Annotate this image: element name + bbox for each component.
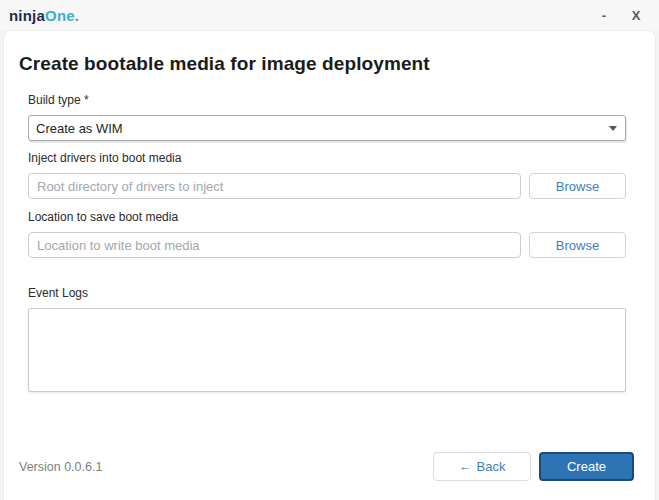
chevron-down-icon: [609, 126, 617, 131]
build-type-selected-value: Create as WIM: [36, 121, 123, 136]
logo-text-ninja: ninja: [9, 7, 45, 24]
build-type-select[interactable]: Create as WIM: [28, 115, 626, 141]
back-button-label: Back: [477, 459, 506, 474]
back-button[interactable]: ← Back: [433, 452, 531, 481]
close-button[interactable]: X: [625, 4, 647, 26]
form-area: Build type * Create as WIM Inject driver…: [4, 75, 655, 392]
event-logs-box[interactable]: [28, 308, 626, 392]
drivers-label: Inject drivers into boot media: [28, 151, 626, 165]
main-panel: Create bootable media for image deployme…: [3, 30, 656, 500]
minimize-button[interactable]: -: [593, 4, 615, 26]
page-title: Create bootable media for image deployme…: [19, 53, 655, 75]
create-button[interactable]: Create: [539, 452, 634, 481]
footer: Version 0.0.6.1 ← Back Create: [4, 452, 655, 500]
drivers-row: Browse: [28, 173, 626, 199]
build-type-label: Build type *: [28, 93, 626, 107]
location-row: Browse: [28, 232, 626, 258]
location-browse-button[interactable]: Browse: [529, 232, 626, 258]
window-controls: - X: [593, 4, 647, 26]
version-text: Version 0.0.6.1: [19, 460, 102, 474]
event-logs-label: Event Logs: [28, 286, 626, 300]
drivers-browse-button[interactable]: Browse: [529, 173, 626, 199]
location-path-input[interactable]: [28, 232, 521, 258]
drivers-path-input[interactable]: [28, 173, 521, 199]
title-bar: ninjaOne. - X: [0, 0, 659, 30]
location-label: Location to save boot media: [28, 210, 626, 224]
logo-dot: .: [75, 7, 79, 24]
footer-buttons: ← Back Create: [433, 452, 634, 481]
back-arrow-icon: ←: [459, 459, 472, 474]
ninjaone-logo: ninjaOne.: [9, 7, 79, 24]
logo-text-one: One: [45, 7, 75, 24]
